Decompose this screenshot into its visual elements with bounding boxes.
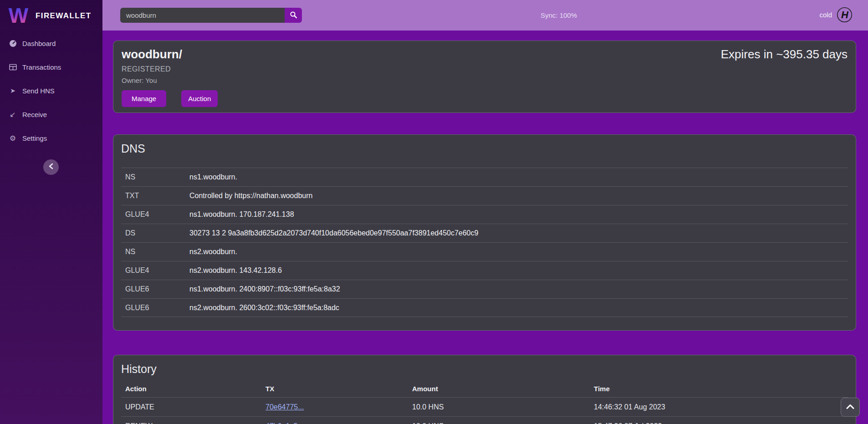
sidebar-item-transactions[interactable]: Transactions — [0, 55, 102, 79]
sidebar-item-label: Receive — [22, 111, 47, 118]
history-row: UPDATE 70e64775... 10.0 HNS 14:46:32 01 … — [121, 397, 848, 416]
handshake-logo-icon[interactable]: H — [837, 7, 853, 23]
wallet-name: cold — [819, 11, 832, 19]
chevron-up-icon — [846, 403, 855, 411]
sidebar-item-receive[interactable]: ↙ Receive — [0, 102, 102, 126]
dns-card: DNS NS ns1.woodburn. TXT Controlled by h… — [113, 134, 856, 331]
dns-record-type: GLUE4 — [125, 210, 189, 219]
history-action: UPDATE — [125, 403, 266, 411]
dns-record-row: TXT Controlled by https://nathan.woodbur… — [121, 186, 848, 205]
transactions-icon — [8, 64, 17, 71]
dns-record-type: NS — [125, 248, 189, 256]
chevron-left-icon — [49, 163, 53, 171]
firewallet-logo-icon: W — [8, 4, 29, 28]
domain-owner: Owner: You — [122, 77, 848, 84]
settings-icon: ⚙ — [8, 134, 17, 143]
wallet-group: cold H — [819, 7, 853, 23]
dns-record-type: TXT — [125, 192, 189, 200]
receive-icon: ↙ — [8, 110, 17, 119]
history-row: RENEW 47b0e1c5... 10.0 HNS 15:47:36 07 J… — [121, 416, 848, 424]
sidebar-item-send-hns[interactable]: ➤ Send HNS — [0, 79, 102, 102]
domain-card: woodburn/ REGISTERED Owner: You Manage A… — [113, 41, 856, 113]
column-header-action: Action — [125, 385, 266, 393]
tx-hash-link[interactable]: 70e64775... — [266, 403, 304, 411]
dns-record-row: NS ns2.woodburn. — [121, 242, 848, 261]
dns-record-value: ns1.woodburn. 2400:8907::f03c:93ff:fe5a:… — [189, 285, 340, 293]
dns-record-row: DS 30273 13 2 9a3a8fb3d625d2a2073d740f10… — [121, 224, 848, 242]
dns-card-title: DNS — [121, 142, 848, 155]
dns-record-row: GLUE6 ns1.woodburn. 2400:8907::f03c:93ff… — [121, 280, 848, 298]
search-input[interactable] — [120, 8, 285, 23]
dns-record-value: ns2.woodburn. — [189, 248, 237, 256]
dns-table: NS ns1.woodburn. TXT Controlled by https… — [121, 168, 848, 317]
dns-record-type: GLUE4 — [125, 266, 189, 275]
sidebar-item-label: Send HNS — [22, 87, 55, 95]
history-table-header: Action TX Amount Time — [121, 380, 848, 397]
history-card: History Action TX Amount Time UPDATE 70e… — [113, 355, 856, 424]
manage-button[interactable]: Manage — [122, 90, 166, 107]
dns-record-type: NS — [125, 173, 189, 181]
scroll-to-top-button[interactable] — [841, 398, 860, 417]
history-amount: 10.0 HNS — [412, 403, 594, 411]
dns-record-value: 30273 13 2 9a3a8fb3d625d2a2073d740f10da6… — [189, 229, 478, 237]
send-icon: ➤ — [8, 87, 17, 94]
domain-expiry: Expires in ~395.35 days — [721, 47, 848, 61]
domain-status: REGISTERED — [122, 65, 848, 73]
dns-record-type: GLUE6 — [125, 285, 189, 293]
history-action: RENEW — [125, 422, 266, 424]
dns-record-row: GLUE6 ns2.woodburn. 2600:3c02::f03c:93ff… — [121, 298, 848, 317]
sidebar-item-settings[interactable]: ⚙ Settings — [0, 126, 102, 150]
search-icon — [290, 11, 297, 20]
sidebar-collapse-button[interactable] — [43, 159, 59, 175]
svg-text:H: H — [841, 9, 849, 20]
topbar: Sync: 100% cold H — [102, 0, 868, 31]
history-amount: 10.0 HNS — [412, 422, 594, 424]
history-table: Action TX Amount Time UPDATE 70e64775...… — [121, 380, 848, 424]
dns-record-row: GLUE4 ns1.woodburn. 170.187.241.138 — [121, 205, 848, 224]
dns-record-value: ns2.woodburn. 143.42.128.6 — [189, 266, 282, 275]
dashboard-icon — [8, 40, 17, 47]
sidebar-item-label: Settings — [22, 134, 47, 142]
search-button[interactable] — [285, 8, 302, 23]
dns-record-type: GLUE6 — [125, 304, 189, 312]
dns-record-value: ns1.woodburn. 170.187.241.138 — [189, 210, 294, 219]
sidebar-item-label: Dashboard — [22, 40, 56, 47]
sidebar-item-dashboard[interactable]: Dashboard — [0, 31, 102, 55]
search-group — [120, 8, 302, 23]
tx-hash-link[interactable]: 47b0e1c5... — [266, 422, 304, 424]
brand-logo-row[interactable]: W FIREWALLET — [0, 0, 102, 27]
brand-name: FIREWALLET — [36, 11, 92, 20]
dns-record-row: NS ns1.woodburn. — [121, 168, 848, 186]
dns-record-value: ns2.woodburn. 2600:3c02::f03c:93ff:fe5a:… — [189, 304, 339, 312]
dns-record-type: DS — [125, 229, 189, 237]
auction-button[interactable]: Auction — [181, 90, 218, 107]
history-time: 14:46:32 01 Aug 2023 — [594, 403, 848, 411]
domain-actions: Manage Auction — [122, 90, 848, 107]
sidebar-nav: Dashboard Transactions ➤ Send HNS ↙ Rece… — [0, 31, 102, 150]
column-header-time: Time — [594, 385, 848, 393]
sidebar-item-label: Transactions — [22, 63, 61, 71]
column-header-tx: TX — [266, 385, 412, 393]
sync-status: Sync: 100% — [541, 11, 577, 19]
svg-text:W: W — [9, 4, 29, 26]
dns-record-value: ns1.woodburn. — [189, 173, 237, 181]
history-card-title: History — [121, 363, 848, 376]
dns-record-row: GLUE4 ns2.woodburn. 143.42.128.6 — [121, 261, 848, 280]
dns-record-value: Controlled by https://nathan.woodburn — [189, 192, 312, 200]
history-time: 15:47:36 07 Jul 2023 — [594, 422, 848, 424]
sidebar: W FIREWALLET Dashboard Transact — [0, 0, 102, 424]
column-header-amount: Amount — [412, 385, 594, 393]
